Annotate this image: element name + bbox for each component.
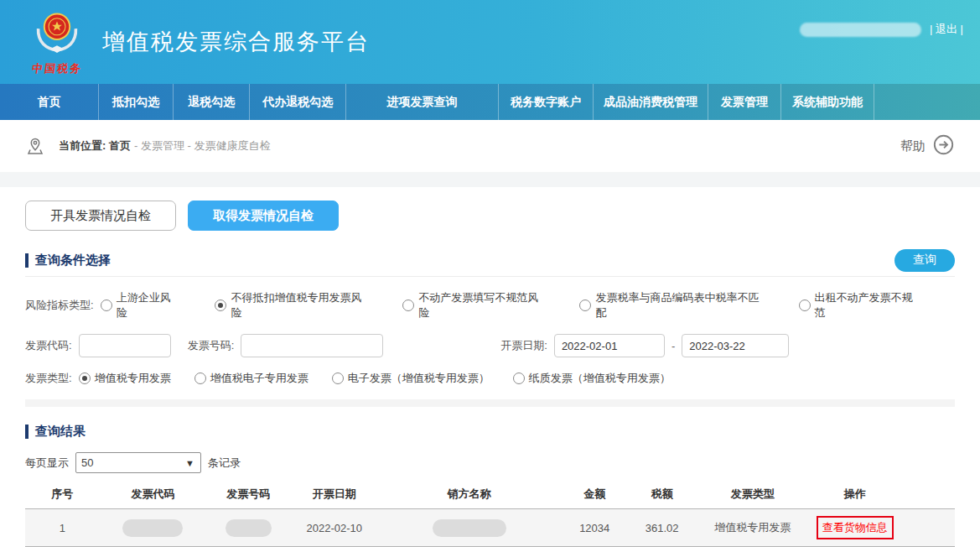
invoice-type-label: 发票类型: [25,371,72,386]
radio-icon[interactable] [79,372,91,384]
nav-item-agent-refund-check[interactable]: 代办退税勾选 [250,84,346,120]
nav-item-tax-refund-check[interactable]: 退税勾选 [174,84,250,120]
cell-type: 增值税专用发票 [694,509,811,547]
col-seller: 销方名称 [378,480,559,509]
cell-action: 查看货物信息 [811,509,899,547]
main-nav: 首页 抵扣勾选 退税勾选 代办退税勾选 进项发票查询 税务数字账户 成品油消费税… [0,84,980,120]
risk-type-row: 风险指标类型: 上游企业风险 不得抵扣增值税专用发票风险 不动产发票填写不规范风… [25,290,955,320]
col-amount: 金额 [560,480,630,509]
tab-received-invoice-selfcheck[interactable]: 取得发票情况自检 [188,201,339,231]
chevron-down-icon: ▼ [185,458,194,468]
page-title: 增值税发票综合服务平台 [102,27,370,57]
radio-taxrate-mismatch-risk[interactable]: 发票税率与商品编码表中税率不匹配 [579,290,761,320]
nav-item-invoice-mgmt[interactable]: 发票管理 [708,84,781,120]
col-type: 发票类型 [694,480,811,509]
radio-label: 发票税率与商品编码表中税率不匹配 [595,290,761,320]
radio-einvoice-special[interactable]: 电子发票（增值税专用发票） [332,371,490,386]
radio-paper-invoice-special[interactable]: 纸质发票（增值税专用发票） [513,371,671,386]
section-divider [25,276,955,277]
help-label: 帮助 [900,138,926,154]
cell-seq: 1 [25,509,100,547]
help-arrow-icon [932,133,955,159]
radio-nondeductible-risk[interactable]: 不得抵扣增值税专用发票风险 [215,290,366,320]
logout-link[interactable]: | 退出 | [930,22,963,37]
nav-item-system-aux[interactable]: 系统辅助功能 [781,84,874,120]
page-size-select[interactable]: 50 ▼ [75,452,201,473]
radio-icon[interactable] [101,300,112,311]
date-end-input[interactable] [682,334,789,357]
page-size-prefix: 每页显示 [25,456,69,471]
radio-special-invoice[interactable]: 增值税专用发票 [79,371,171,386]
col-spacer [899,480,955,509]
main-content: 开具发票情况自检 取得发票情况自检 查询条件选择 查询 风险指标类型: 上游企业… [0,187,980,547]
date-separator: - [671,340,675,352]
logo-text: 中国税务 [31,61,84,76]
radio-label: 出租不动产发票不规范 [815,290,918,320]
query-button[interactable]: 查询 [894,249,955,272]
page-size-row: 每页显示 50 ▼ 条记录 [25,452,955,473]
nav-spacer [874,84,980,120]
query-results-header: 查询结果 [25,422,955,440]
radio-icon[interactable] [513,372,525,384]
help-button[interactable]: 帮助 [900,133,955,159]
radio-upstream-risk[interactable]: 上游企业风险 [101,290,179,320]
location-pin-icon [25,136,45,156]
nav-item-deduction-check[interactable]: 抵扣勾选 [99,84,174,120]
table-row: 1 2022-02-10 12034 361.02 增值税专用发票 查看货物信息 [25,509,955,547]
cell-date: 2022-02-10 [290,509,378,547]
col-date: 开票日期 [290,480,378,509]
col-invoice-code: 发票代码 [100,480,207,509]
radio-realestate-fill-risk[interactable]: 不动产发票填写不规范风险 [402,290,542,320]
radio-icon[interactable] [332,372,344,384]
nav-item-oil-tax-mgmt[interactable]: 成品油消费税管理 [594,84,708,120]
breadcrumb-trail: - 发票管理 - 发票健康度自检 [134,138,271,154]
tax-emblem-icon [30,8,84,60]
results-table: 序号 发票代码 发票号码 开票日期 销方名称 金额 税额 发票类型 操作 1 2… [25,480,955,547]
radio-lease-realestate-risk[interactable]: 出租不动产发票不规范 [799,290,918,320]
radio-label: 不动产发票填写不规范风险 [418,290,542,320]
page-size-value: 50 [81,456,93,469]
radio-icon[interactable] [194,372,206,384]
cell-seller [378,509,559,547]
invoice-date-label: 开票日期: [500,338,547,353]
query-conditions-title: 查询条件选择 [35,253,111,268]
section-bar [25,253,29,268]
redacted-seller-name [433,519,506,537]
col-invoice-number: 发票号码 [206,480,290,509]
nav-item-home[interactable]: 首页 [0,84,99,120]
cell-spacer [899,509,955,547]
date-start-input[interactable] [554,334,665,357]
logo: 中国税务 [23,8,91,76]
section-bar [25,425,29,439]
radio-icon[interactable] [799,300,811,311]
redacted-invoice-code [122,519,183,537]
col-action: 操作 [811,480,899,509]
query-results-title: 查询结果 [35,424,86,440]
radio-label: 增值税专用发票 [95,371,171,386]
radio-icon[interactable] [579,300,591,311]
invoice-type-row: 发票类型: 增值税专用发票 增值税电子专用发票 电子发票（增值税专用发票） 纸质… [25,371,955,386]
radio-electronic-special-invoice[interactable]: 增值税电子专用发票 [194,371,309,386]
nav-item-input-invoice-query[interactable]: 进项发票查询 [346,84,499,120]
cell-amount: 12034 [560,509,630,547]
selfcheck-tabs: 开具发票情况自检 取得发票情况自检 [25,201,955,231]
radio-label: 不得抵扣增值税专用发票风险 [231,290,366,320]
nav-item-digital-account[interactable]: 税务数字账户 [499,84,594,120]
breadcrumb-bar: 当前位置: 首页 - 发票管理 - 发票健康度自检 帮助 [0,120,980,172]
col-tax: 税额 [630,480,695,509]
invoice-number-input[interactable] [241,334,383,357]
radio-icon[interactable] [215,300,226,311]
breadcrumb-current: 当前位置: 首页 [59,138,131,154]
divider-band [0,172,980,187]
radio-label: 上游企业风险 [117,290,179,320]
invoice-code-label: 发票代码: [25,338,72,353]
risk-type-label: 风险指标类型: [25,298,94,313]
cell-invoice-code [100,509,207,547]
col-seq: 序号 [25,480,100,509]
view-goods-info-link[interactable]: 查看货物信息 [817,516,894,539]
invoice-code-input[interactable] [79,334,171,357]
radio-icon[interactable] [402,300,414,311]
page-size-suffix: 条记录 [208,456,241,471]
username-redacted [800,23,921,37]
tab-issued-invoice-selfcheck[interactable]: 开具发票情况自检 [25,201,176,231]
